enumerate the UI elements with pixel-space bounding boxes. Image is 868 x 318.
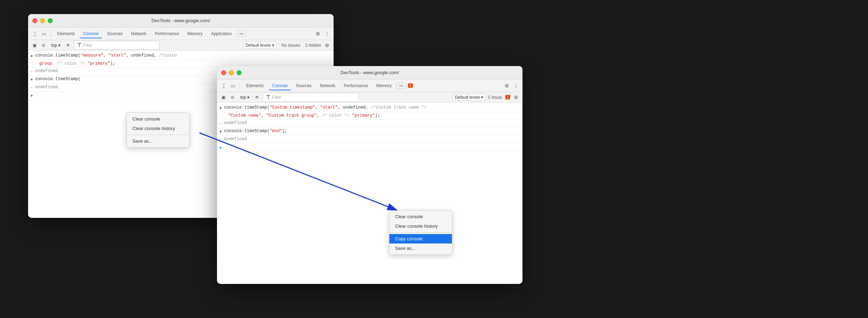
default-levels-1[interactable]: Default levels ▾ bbox=[243, 42, 277, 49]
console-settings-icon-1[interactable]: ⚙ bbox=[323, 42, 331, 49]
default-levels-2[interactable]: Default levels ▾ bbox=[452, 94, 486, 101]
clear-icon-2[interactable]: ⊘ bbox=[229, 94, 236, 101]
tab-memory-2[interactable]: Memory bbox=[373, 82, 395, 90]
default-levels-label-1: Default levels bbox=[246, 43, 271, 48]
issue-badge-console: 1 bbox=[505, 95, 510, 99]
tab-network-2[interactable]: Network bbox=[316, 82, 339, 90]
more-options-icon-2[interactable]: ⋮ bbox=[512, 82, 520, 90]
no-issues-label-1: No Issues bbox=[279, 42, 303, 48]
arrow-right-w2-2: ▶ bbox=[220, 129, 222, 135]
console-line-1: ▶ console.timeStamp("measure", "start", … bbox=[28, 52, 334, 60]
tab-memory-1[interactable]: Memory bbox=[184, 30, 206, 38]
more-tabs-2[interactable]: >> bbox=[396, 83, 406, 89]
menu-copy-console-2[interactable]: Copy console bbox=[389, 234, 452, 244]
code-1: console.timeStamp("measure", "start", un… bbox=[35, 53, 177, 58]
tab-console-2[interactable]: Console bbox=[269, 82, 291, 90]
undefined-2: undefined bbox=[35, 84, 58, 90]
mobile-icon-1[interactable]: ▭ bbox=[40, 30, 48, 38]
cursor-icon-2[interactable]: ⌶ bbox=[220, 82, 228, 90]
console-line-prompt-2: ▶ bbox=[217, 144, 522, 152]
sep-1 bbox=[51, 30, 51, 37]
close-button-2[interactable] bbox=[221, 70, 226, 75]
eye-icon-2[interactable]: 👁 bbox=[254, 94, 261, 101]
default-levels-chevron-2: ▾ bbox=[481, 95, 483, 100]
menu-clear-console-1[interactable]: Clear console bbox=[127, 114, 189, 124]
issue-badge-tab: 1 bbox=[408, 83, 413, 88]
code-w2-1b: "Custom name", "Custom track group", /* … bbox=[228, 113, 380, 118]
maximize-button-1[interactable] bbox=[48, 18, 53, 23]
traffic-lights-1 bbox=[32, 18, 53, 23]
eye-icon-1[interactable]: 👁 bbox=[65, 42, 72, 49]
menu-save-as-2[interactable]: Save as... bbox=[389, 244, 452, 253]
console-toolbar-1: ▣ ⊘ top ▾ 👁 ⊤ Filter Default levels ▾ No… bbox=[28, 40, 334, 51]
console-line-w2-3: ▶ console.timeStamp("end"); bbox=[217, 128, 522, 136]
code-w2-1: console.timeStamp("Custom timestamp", "s… bbox=[224, 105, 426, 110]
minimize-button-1[interactable] bbox=[40, 18, 45, 23]
menu-save-as-1[interactable]: Save as... bbox=[127, 136, 189, 146]
console-line-w2-2: ← undefined bbox=[217, 119, 522, 128]
arrow-right-w2-1: ▶ bbox=[220, 105, 222, 111]
undefined-1: undefined bbox=[35, 68, 58, 74]
code-2: console.timeStamp( bbox=[35, 76, 81, 82]
sep-2 bbox=[239, 82, 240, 89]
issue-count-label: 1 Issue: bbox=[488, 95, 502, 100]
context-menu-2: Clear console Clear console history Copy… bbox=[389, 210, 452, 255]
console-content-2: ▶ console.timeStamp("Custom timestamp", … bbox=[217, 103, 522, 271]
code-1b: group, /* color */ "primary"); bbox=[39, 61, 115, 66]
default-levels-label-2: Default levels bbox=[455, 95, 480, 100]
tab-sources-1[interactable]: Sources bbox=[104, 30, 126, 38]
tab-network-1[interactable]: Network bbox=[127, 30, 150, 38]
tab-elements-2[interactable]: Elements bbox=[243, 82, 267, 90]
settings-icon-1[interactable]: ⚙ bbox=[314, 30, 322, 37]
menu-clear-console-2[interactable]: Clear console bbox=[389, 212, 452, 221]
arrow-right-1: ▶ bbox=[31, 53, 33, 59]
filter-label-1: Filter bbox=[83, 43, 93, 48]
context-chevron-2: ▾ bbox=[247, 95, 249, 100]
arrow-right-2: ▶ bbox=[31, 77, 33, 83]
context-dropdown-2[interactable]: top ▾ bbox=[238, 94, 251, 100]
arrow-left-w2-1: ← bbox=[220, 121, 222, 126]
devtools-tabs-2: ⌶ ▭ Elements Console Sources Network Per… bbox=[217, 79, 522, 92]
tab-console-1[interactable]: Console bbox=[80, 30, 102, 38]
close-button-1[interactable] bbox=[32, 18, 37, 23]
undefined-w2-1: undefined bbox=[224, 120, 247, 126]
console-settings-icon-2[interactable]: ⚙ bbox=[512, 94, 520, 101]
clear-icon-1[interactable]: ⊘ bbox=[40, 42, 47, 49]
arrow-left-1: ← bbox=[31, 69, 33, 74]
arrow-left-w2-2: ← bbox=[220, 137, 222, 143]
context-dropdown-1[interactable]: top ▾ bbox=[49, 42, 63, 48]
filter-icon-1: ⊤ bbox=[77, 42, 82, 48]
console-toolbar-2: ▣ ⊘ top ▾ 👁 ⊤ Filter Default levels ▾ 1 … bbox=[217, 92, 522, 103]
window-2: DevTools - www.google.com/ ⌶ ▭ Elements … bbox=[217, 66, 522, 284]
tab-application-1[interactable]: Application bbox=[208, 30, 235, 38]
menu-clear-history-1[interactable]: Clear console history bbox=[127, 124, 189, 133]
sidebar-icon-2[interactable]: ▣ bbox=[220, 94, 227, 101]
filter-box-1: ⊤ Filter bbox=[74, 41, 159, 50]
code-w2-2: console.timeStamp("end"); bbox=[224, 128, 287, 134]
filter-box-2: ⊤ Filter bbox=[263, 93, 359, 102]
tab-sources-2[interactable]: Sources bbox=[292, 82, 315, 90]
hidden-count-1: 2 hidden bbox=[305, 43, 321, 48]
maximize-button-2[interactable] bbox=[237, 70, 242, 75]
tab-performance-2[interactable]: Performance bbox=[340, 82, 371, 90]
tab-elements-1[interactable]: Elements bbox=[54, 30, 78, 38]
context-menu-1: Clear console Clear console history Save… bbox=[126, 112, 190, 148]
console-line-w2-1b: "Custom name", "Custom track group", /* … bbox=[217, 112, 522, 119]
tab-performance-1[interactable]: Performance bbox=[151, 30, 183, 38]
more-options-icon-1[interactable]: ⋮ bbox=[323, 30, 331, 38]
menu-clear-history-2[interactable]: Clear console history bbox=[389, 221, 452, 231]
undefined-w2-2: undefined bbox=[224, 136, 247, 142]
more-tabs-1[interactable]: >> bbox=[237, 31, 246, 37]
console-line-w2-1: ▶ console.timeStamp("Custom timestamp", … bbox=[217, 104, 522, 112]
prompt-arrow-2: ▶ bbox=[220, 145, 222, 151]
mobile-icon-2[interactable]: ▭ bbox=[229, 82, 237, 90]
sidebar-icon-1[interactable]: ▣ bbox=[31, 42, 38, 49]
default-levels-chevron-1: ▾ bbox=[272, 43, 274, 48]
menu-sep-2 bbox=[389, 232, 452, 233]
arrow-left-2: ← bbox=[31, 85, 33, 91]
settings-icon-2[interactable]: ⚙ bbox=[503, 82, 511, 89]
cursor-icon-1[interactable]: ⌶ bbox=[31, 30, 39, 38]
window-title-1: DevTools - www.google.com/ bbox=[152, 18, 210, 23]
menu-sep-1 bbox=[127, 135, 189, 135]
minimize-button-2[interactable] bbox=[229, 70, 234, 75]
